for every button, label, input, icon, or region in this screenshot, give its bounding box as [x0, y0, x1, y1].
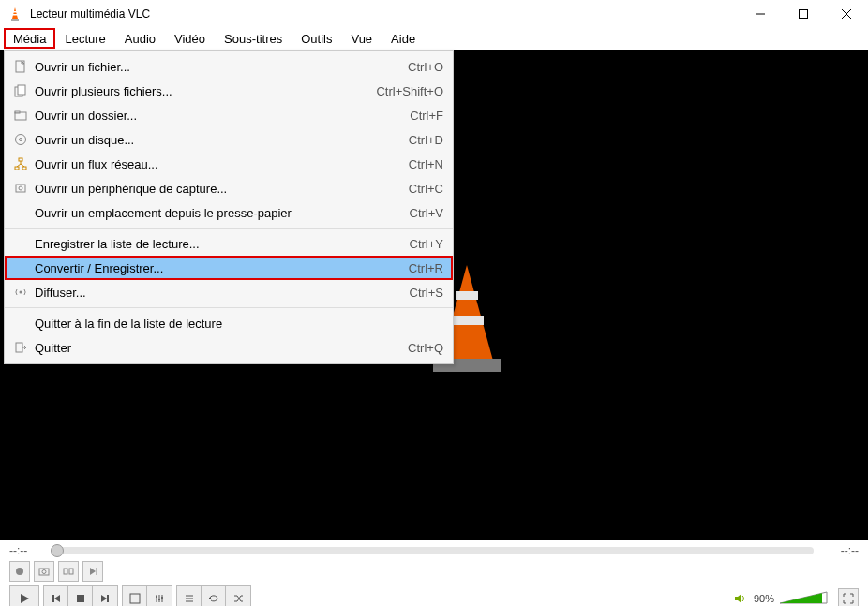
menu-item-quit-after-playlist[interactable]: Quitter à la fin de la liste de lecture: [5, 311, 453, 335]
secondary-controls-row: [9, 561, 859, 582]
menu-soustitres[interactable]: Sous-titres: [215, 28, 292, 49]
svg-rect-1: [11, 19, 19, 21]
svg-point-17: [16, 135, 26, 145]
file-icon: [10, 60, 31, 73]
svg-point-18: [20, 139, 22, 141]
bottom-controls: --:-- --:--: [0, 540, 868, 606]
menu-label: Aide: [391, 32, 415, 46]
svg-rect-34: [69, 569, 73, 574]
loop-button[interactable]: [202, 586, 226, 606]
network-icon: [10, 157, 31, 170]
menu-bar: Média Lecture Audio Vidéo Sous-titres Ou…: [0, 28, 868, 49]
menu-vue[interactable]: Vue: [341, 28, 382, 49]
menu-label: Sous-titres: [224, 32, 282, 46]
menu-aide[interactable]: Aide: [382, 28, 425, 49]
frame-step-button[interactable]: [82, 561, 103, 582]
fullscreen-button[interactable]: [123, 586, 147, 606]
snapshot-button[interactable]: [34, 561, 54, 582]
seek-bar-row: --:-- --:--: [0, 540, 868, 561]
capture-icon: [10, 182, 31, 195]
svg-point-26: [19, 186, 22, 190]
svg-point-32: [42, 570, 46, 574]
svg-marker-39: [54, 595, 60, 602]
title-bar: Lecteur multimédia VLC: [0, 0, 868, 28]
svg-rect-21: [22, 167, 26, 170]
menu-item-label: Quitter à la fin de la liste de lecture: [31, 317, 443, 331]
svg-rect-25: [16, 185, 25, 192]
stop-button[interactable]: [68, 586, 93, 606]
close-button[interactable]: [825, 0, 868, 28]
menu-media[interactable]: Média: [4, 28, 55, 49]
prev-button[interactable]: [44, 586, 68, 606]
svg-rect-40: [77, 595, 84, 602]
svg-rect-28: [16, 343, 22, 352]
next-button[interactable]: [93, 586, 117, 606]
menu-lecture[interactable]: Lecture: [55, 28, 114, 49]
menu-item-shortcut: Ctrl+Y: [410, 237, 443, 251]
menu-item-open-capture-device[interactable]: Ouvrir un périphérique de capture... Ctr…: [5, 176, 453, 200]
menu-audio[interactable]: Audio: [115, 28, 165, 49]
disc-icon: [10, 133, 31, 146]
maximize-button[interactable]: [782, 0, 825, 28]
svg-point-30: [16, 568, 23, 575]
volume-percent: 90%: [754, 593, 774, 604]
menu-video[interactable]: Vidéo: [165, 28, 215, 49]
menu-item-shortcut: Ctrl+O: [408, 60, 443, 74]
menu-separator: [5, 228, 453, 229]
playlist-button[interactable]: [177, 586, 202, 606]
menu-item-open-file[interactable]: Ouvrir un fichier... Ctrl+O: [5, 54, 453, 79]
svg-line-7: [842, 9, 851, 19]
menu-label: Audio: [125, 32, 156, 46]
loop-ab-button[interactable]: [58, 561, 79, 582]
record-button[interactable]: [9, 561, 30, 582]
menu-item-save-playlist[interactable]: Enregistrer la liste de lecture... Ctrl+…: [5, 231, 453, 256]
menu-item-convert-save[interactable]: Convertir / Enregistrer... Ctrl+R: [5, 256, 453, 280]
volume-slider[interactable]: [780, 590, 832, 606]
menu-item-label: Ouvrir plusieurs fichiers...: [31, 84, 376, 98]
menu-item-open-folder[interactable]: Ouvrir un dossier... Ctrl+F: [5, 103, 453, 127]
menu-item-open-multiple-files[interactable]: Ouvrir plusieurs fichiers... Ctrl+Shift+…: [5, 79, 453, 103]
shuffle-button[interactable]: [226, 586, 250, 606]
menu-item-shortcut: Ctrl+Shift+O: [376, 84, 443, 98]
svg-marker-35: [90, 568, 96, 575]
svg-rect-43: [130, 594, 140, 603]
minimize-button[interactable]: [739, 0, 782, 28]
play-button[interactable]: [9, 585, 39, 606]
playback-group: [43, 585, 118, 606]
speaker-icon[interactable]: [733, 592, 748, 605]
menu-outils[interactable]: Outils: [292, 28, 341, 49]
menu-item-label: Ouvrir un périphérique de capture...: [31, 182, 409, 196]
seek-thumb[interactable]: [51, 544, 64, 557]
svg-point-49: [161, 597, 163, 599]
menu-item-stream[interactable]: Diffuser... Ctrl+S: [5, 280, 453, 304]
svg-rect-10: [456, 291, 478, 300]
svg-point-48: [158, 599, 160, 600]
toggle-fullscreen-button[interactable]: [838, 588, 859, 606]
svg-line-6: [842, 9, 851, 19]
media-menu-dropdown: Ouvrir un fichier... Ctrl+O Ouvrir plusi…: [4, 50, 454, 364]
menu-item-open-disc[interactable]: Ouvrir un disque... Ctrl+D: [5, 127, 453, 152]
extended-settings-button[interactable]: [147, 586, 172, 606]
window-title: Lecteur multimédia VLC: [30, 7, 739, 21]
seek-track[interactable]: [54, 547, 814, 554]
menu-item-open-network-stream[interactable]: Ouvrir un flux réseau... Ctrl+N: [5, 152, 453, 176]
menu-item-shortcut: Ctrl+D: [409, 133, 443, 147]
menu-item-open-clipboard[interactable]: Ouvrir un emplacement depuis le presse-p…: [5, 200, 453, 225]
menu-label: Média: [13, 32, 46, 46]
menu-item-label: Diffuser...: [31, 286, 410, 300]
menu-item-shortcut: Ctrl+N: [409, 157, 443, 171]
svg-rect-2: [13, 11, 17, 13]
vlc-cone-icon: [7, 7, 22, 22]
view-group: [122, 585, 172, 606]
menu-item-shortcut: Ctrl+R: [409, 261, 443, 275]
folder-icon: [10, 109, 31, 122]
svg-rect-5: [800, 10, 808, 19]
svg-marker-37: [21, 594, 29, 603]
time-elapsed: --:--: [9, 544, 47, 557]
time-total: --:--: [821, 544, 859, 557]
menu-item-label: Convertir / Enregistrer...: [31, 261, 409, 275]
menu-item-label: Enregistrer la liste de lecture...: [31, 237, 410, 251]
menu-item-quit[interactable]: Quitter Ctrl+Q: [5, 335, 453, 360]
quit-icon: [10, 341, 31, 354]
primary-controls-row: 90%: [9, 585, 859, 606]
